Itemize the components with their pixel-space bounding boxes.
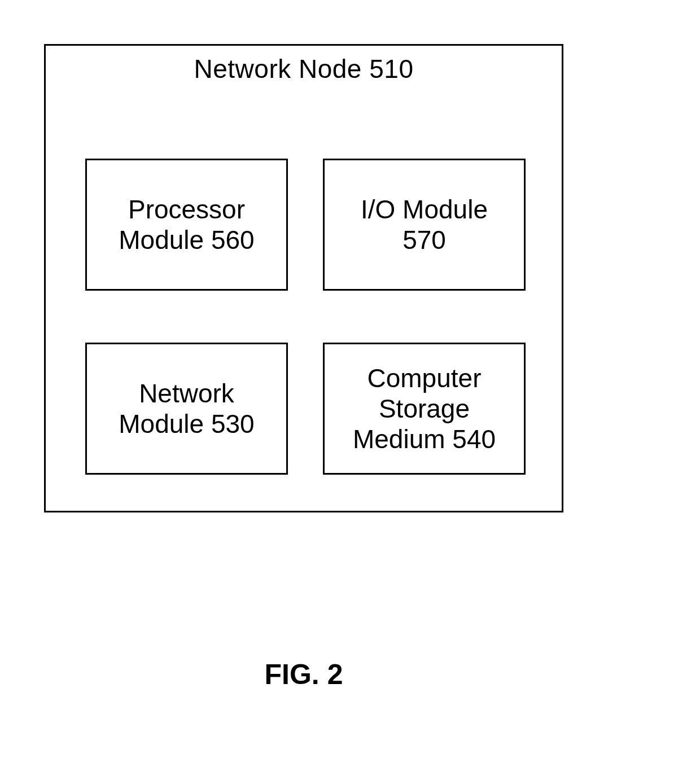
network-node-container: Network Node 510 Processor Module 560 I/… (44, 44, 563, 512)
outer-title: Network Node 510 (46, 54, 562, 84)
io-module-box: I/O Module 570 (323, 159, 526, 291)
figure-caption: FIG. 2 (0, 658, 607, 691)
processor-module-box: Processor Module 560 (85, 159, 288, 291)
network-module-box: Network Module 530 (85, 343, 288, 475)
module-grid: Processor Module 560 I/O Module 570 Netw… (85, 159, 526, 475)
computer-storage-medium-box: Computer Storage Medium 540 (323, 343, 526, 475)
